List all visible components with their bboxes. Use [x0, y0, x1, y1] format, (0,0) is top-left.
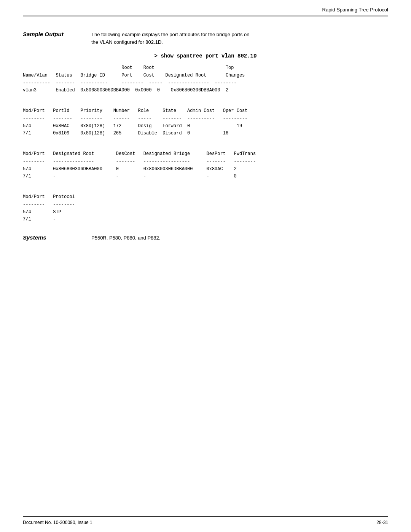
command-line: > show spantree port vlan 802.1D: [23, 53, 388, 59]
sample-output-description: The following example displays the port …: [91, 31, 388, 46]
header-title: Rapid Spanning Tree Protocol: [322, 7, 388, 13]
systems-label: Systems: [23, 234, 91, 241]
sample-output-section: Sample Output The following example disp…: [23, 31, 388, 46]
footer-divider: [23, 516, 388, 517]
table1: Root Root Top Name/Vlan Status Bridge ID…: [23, 64, 388, 94]
footer-left: Document No. 10-300090, Issue 1: [23, 520, 92, 525]
table2: Mod/Port PortId Priority Number Role Sta…: [23, 100, 388, 137]
systems-text: P550R, P580, P880, and P882.: [91, 234, 388, 242]
sample-output-label: Sample Output: [23, 31, 91, 37]
page-header: Rapid Spanning Tree Protocol: [0, 0, 411, 16]
page: Rapid Spanning Tree Protocol Sample Outp…: [0, 0, 411, 532]
main-content: Sample Output The following example disp…: [0, 16, 411, 242]
footer-right: 28-31: [376, 520, 388, 525]
table3: Mod/Port Designated Root DesCost Designa…: [23, 143, 388, 181]
page-footer: Document No. 10-300090, Issue 1 28-31: [23, 520, 388, 525]
systems-section: Systems P550R, P580, P880, and P882.: [23, 234, 388, 242]
table4: Mod/Port Protocol -------- -------- 5/4 …: [23, 186, 388, 224]
